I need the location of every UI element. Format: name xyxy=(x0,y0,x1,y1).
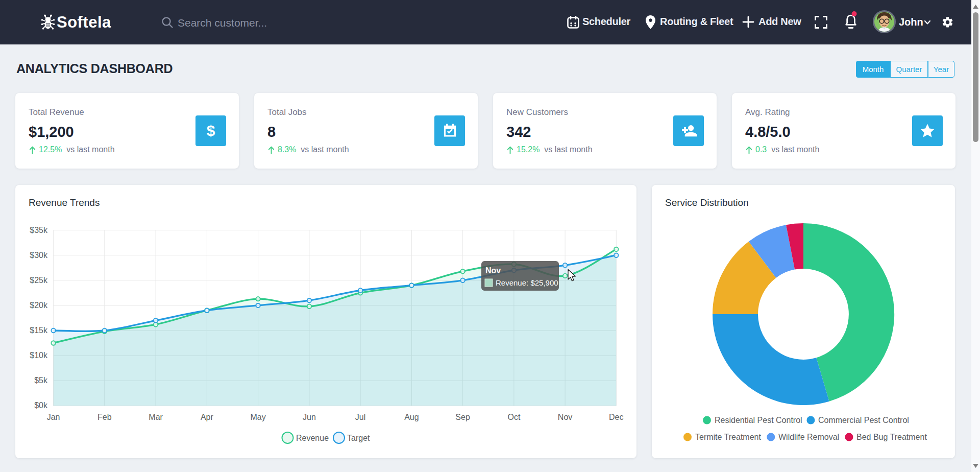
svg-text:Wildlife Removal: Wildlife Removal xyxy=(778,433,839,441)
svg-text:Bed Bug Treatment: Bed Bug Treatment xyxy=(856,433,927,441)
svg-text:Revenue: Revenue xyxy=(296,434,329,442)
svg-text:Jan: Jan xyxy=(47,413,60,421)
svg-text:$5k: $5k xyxy=(34,376,48,385)
svg-text:Residential Pest Control: Residential Pest Control xyxy=(715,416,802,424)
svg-text:Mar: Mar xyxy=(149,413,163,421)
svg-text:$0k: $0k xyxy=(34,401,48,410)
svg-text:Nov: Nov xyxy=(558,413,572,421)
svg-text:Feb: Feb xyxy=(97,413,112,421)
svg-text:Jul: Jul xyxy=(355,413,365,421)
svg-text:Revenue: $25,900: Revenue: $25,900 xyxy=(496,278,558,287)
svg-text:Dec: Dec xyxy=(609,413,623,421)
svg-text:Aug: Aug xyxy=(404,413,419,421)
svg-text:$35k: $35k xyxy=(30,226,48,234)
svg-text:$10k: $10k xyxy=(30,351,48,360)
svg-text:Oct: Oct xyxy=(507,413,520,421)
svg-text:Apr: Apr xyxy=(201,413,214,421)
svg-text:Commercial Pest Control: Commercial Pest Control xyxy=(818,416,909,424)
svg-text:Termite Treatment: Termite Treatment xyxy=(695,433,761,441)
svg-text:Nov: Nov xyxy=(485,266,501,275)
svg-text:$25k: $25k xyxy=(30,276,48,285)
svg-text:$15k: $15k xyxy=(30,326,48,335)
svg-text:$30k: $30k xyxy=(30,251,48,259)
svg-text:Jun: Jun xyxy=(303,413,316,421)
svg-text:May: May xyxy=(250,413,265,421)
svg-text:Target: Target xyxy=(347,434,370,442)
svg-text:$20k: $20k xyxy=(30,301,48,310)
svg-text:Sep: Sep xyxy=(455,413,470,421)
